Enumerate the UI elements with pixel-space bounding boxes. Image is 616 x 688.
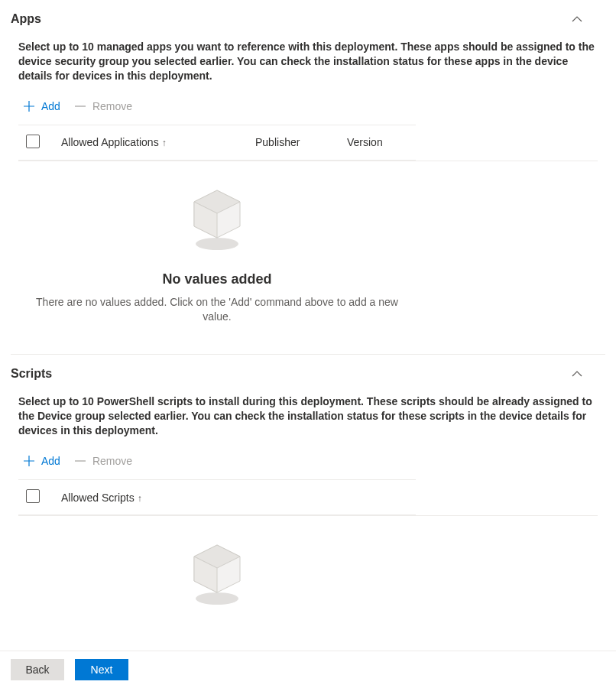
select-all-cell[interactable] xyxy=(18,125,53,160)
svg-point-4 xyxy=(196,592,238,605)
select-all-checkbox[interactable] xyxy=(26,489,40,503)
scripts-section-header[interactable]: Scripts xyxy=(11,355,605,387)
sort-asc-icon: ↑ xyxy=(162,138,167,148)
remove-label: Remove xyxy=(92,100,132,112)
column-allowed-scripts[interactable]: Allowed Scripts↑ xyxy=(53,480,416,515)
scripts-add-button[interactable]: Add xyxy=(21,452,62,470)
plus-icon xyxy=(23,455,35,467)
empty-subtitle: There are no values added. Click on the … xyxy=(34,295,400,324)
minus-icon xyxy=(74,455,86,467)
back-button[interactable]: Back xyxy=(11,659,64,680)
minus-icon xyxy=(74,100,86,112)
apps-section-header[interactable]: Apps xyxy=(11,0,605,32)
apps-add-button[interactable]: Add xyxy=(21,97,62,115)
column-publisher[interactable]: Publisher xyxy=(248,125,339,160)
apps-table: Allowed Applications↑ Publisher Version xyxy=(18,125,598,161)
wizard-footer: Back Next xyxy=(0,651,616,688)
empty-box-icon xyxy=(183,539,251,608)
apps-section: Apps Select up to 10 managed apps you wa… xyxy=(0,0,616,354)
remove-label: Remove xyxy=(92,455,132,467)
chevron-up-icon xyxy=(572,368,582,379)
scripts-section: Scripts Select up to 10 PowerShell scrip… xyxy=(0,355,616,608)
add-label: Add xyxy=(41,100,60,112)
scripts-remove-button: Remove xyxy=(73,452,134,470)
column-version[interactable]: Version xyxy=(339,125,416,160)
apps-description: Select up to 10 managed apps you want to… xyxy=(18,40,598,83)
apps-empty-state: No values added There are no values adde… xyxy=(18,161,416,332)
select-all-cell[interactable] xyxy=(18,480,53,515)
scripts-table: Allowed Scripts↑ xyxy=(18,479,598,516)
scripts-description: Select up to 10 PowerShell scripts to in… xyxy=(18,394,598,438)
scripts-section-title: Scripts xyxy=(11,367,52,381)
select-all-checkbox[interactable] xyxy=(26,135,40,148)
apps-section-title: Apps xyxy=(11,12,41,26)
plus-icon xyxy=(23,100,35,112)
svg-point-0 xyxy=(196,238,238,250)
column-allowed-apps[interactable]: Allowed Applications↑ xyxy=(53,125,248,160)
empty-box-icon xyxy=(183,184,251,253)
sort-asc-icon: ↑ xyxy=(138,493,142,504)
scripts-empty-state xyxy=(18,516,416,608)
apps-toolbar: Add Remove xyxy=(18,97,598,115)
apps-remove-button: Remove xyxy=(73,97,134,115)
chevron-up-icon xyxy=(572,14,582,24)
apps-section-body: Select up to 10 managed apps you want to… xyxy=(11,32,605,354)
empty-title: No values added xyxy=(34,271,400,287)
scripts-section-body: Select up to 10 PowerShell scripts to in… xyxy=(11,387,605,608)
add-label: Add xyxy=(41,455,60,467)
next-button[interactable]: Next xyxy=(75,659,128,680)
scripts-toolbar: Add Remove xyxy=(18,452,598,470)
